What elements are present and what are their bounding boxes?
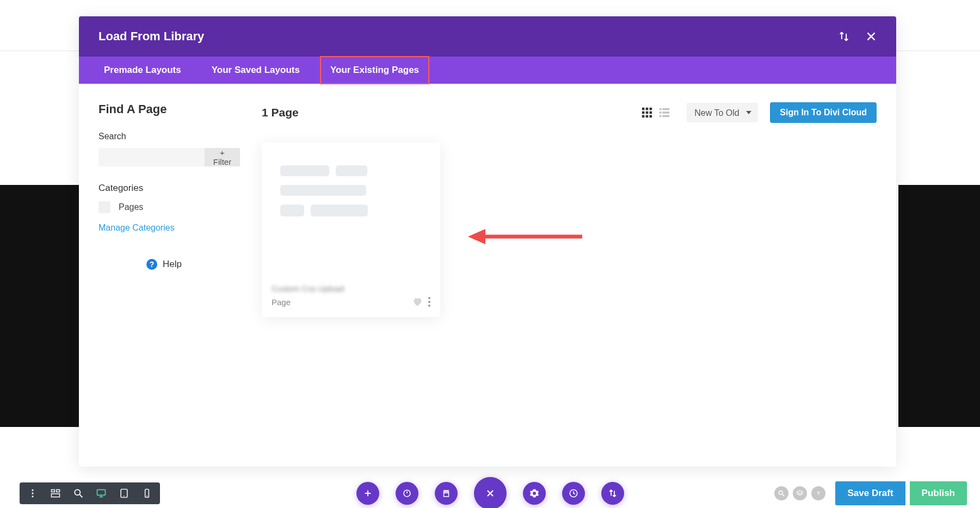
bg-dark-right (898, 185, 980, 427)
sort-select[interactable]: New To Old (687, 103, 758, 122)
modal-body: Find A Page Search + Filter Categories P… (79, 84, 896, 467)
svg-rect-4 (646, 111, 649, 114)
svg-rect-36 (443, 492, 448, 497)
svg-rect-8 (650, 115, 652, 118)
svg-rect-11 (660, 111, 662, 114)
close-icon[interactable] (866, 31, 877, 42)
svg-rect-10 (663, 108, 670, 110)
svg-point-19 (32, 495, 33, 497)
svg-rect-7 (646, 115, 649, 118)
svg-rect-20 (52, 490, 55, 492)
zoom-icon[interactable] (73, 488, 84, 499)
main-title: 1 Page (262, 106, 641, 119)
category-row-pages[interactable]: Pages (98, 201, 240, 213)
svg-rect-21 (57, 490, 60, 492)
sidebar-title: Find A Page (98, 102, 240, 116)
more-menu-icon[interactable] (27, 488, 38, 499)
portability-button[interactable] (601, 482, 624, 505)
svg-rect-22 (52, 494, 60, 497)
bar-left-tools (20, 482, 160, 504)
modal-header-actions (839, 31, 877, 42)
manage-categories-link[interactable]: Manage Categories (98, 223, 240, 233)
search-input[interactable] (98, 148, 205, 166)
page-card[interactable]: Custom Css Upload Page (262, 143, 440, 317)
svg-marker-46 (797, 491, 804, 494)
page-card-meta-row: Page (272, 296, 430, 307)
modal-header: Load From Library (79, 16, 896, 57)
category-name: Pages (119, 202, 143, 212)
clear-layout-button[interactable] (396, 482, 418, 505)
add-section-button[interactable] (356, 482, 379, 505)
library-main: 1 Page New To Old Sign In To Divi Cloud (262, 102, 877, 448)
svg-rect-3 (642, 111, 645, 114)
tab-premade-layouts[interactable]: Premade Layouts (94, 57, 191, 84)
annotation-arrow (468, 226, 582, 247)
svg-rect-13 (660, 115, 662, 117)
svg-point-17 (32, 490, 33, 491)
svg-rect-25 (97, 490, 106, 495)
svg-rect-6 (642, 115, 645, 118)
portability-icon[interactable] (839, 31, 849, 42)
svg-line-45 (782, 494, 785, 497)
favorite-icon[interactable] (412, 296, 423, 307)
svg-rect-2 (650, 108, 652, 110)
history-button[interactable] (562, 482, 585, 505)
save-to-library-button[interactable] (435, 482, 458, 505)
help-label: Help (163, 259, 182, 270)
list-view-icon[interactable] (658, 107, 670, 119)
card-more-icon[interactable] (428, 297, 430, 307)
wireframe-icon[interactable] (50, 488, 61, 499)
page-settings-button[interactable] (523, 482, 546, 505)
search-row: + Filter (98, 148, 240, 166)
tab-saved-layouts[interactable]: Your Saved Layouts (202, 57, 310, 84)
help-circle-icon[interactable]: ? (811, 486, 825, 500)
page-card-title: Custom Css Upload (272, 284, 430, 293)
page-card-type: Page (272, 298, 412, 307)
category-checkbox[interactable] (98, 201, 110, 213)
svg-point-18 (32, 492, 33, 494)
builder-bottom-bar: ? Save Draft Publish (0, 479, 980, 508)
modal-tabs: Premade Layouts Your Saved Layouts Your … (79, 57, 896, 84)
page-card-footer: Custom Css Upload Page (262, 282, 440, 317)
svg-point-23 (75, 490, 80, 495)
search-layers-icon[interactable] (774, 486, 788, 500)
svg-rect-9 (660, 108, 662, 110)
grid-view-icon[interactable] (641, 107, 653, 119)
tab-existing-pages[interactable]: Your Existing Pages (320, 57, 429, 84)
svg-rect-12 (663, 111, 670, 114)
help-button[interactable]: ? Help (146, 259, 240, 270)
main-header: 1 Page New To Old Sign In To Divi Cloud (262, 102, 877, 123)
tablet-view-icon[interactable] (119, 488, 130, 499)
phone-view-icon[interactable] (141, 488, 152, 499)
svg-marker-16 (468, 229, 485, 244)
svg-rect-5 (650, 111, 652, 114)
search-label: Search (98, 132, 240, 141)
signin-divi-cloud-button[interactable]: Sign In To Divi Cloud (770, 102, 877, 123)
add-filter-button[interactable]: + Filter (205, 148, 240, 166)
svg-rect-14 (663, 115, 670, 117)
save-draft-button[interactable]: Save Draft (835, 481, 905, 505)
svg-point-44 (779, 491, 783, 494)
help-icon: ? (146, 259, 157, 270)
close-builder-button[interactable] (474, 477, 507, 508)
desktop-view-icon[interactable] (96, 488, 107, 499)
view-toggle (641, 107, 670, 119)
svg-rect-1 (646, 108, 649, 110)
svg-text:?: ? (817, 491, 821, 496)
bar-right-actions: ? Save Draft Publish (774, 481, 967, 505)
bg-dark-left (0, 185, 82, 427)
categories-label: Categories (98, 183, 240, 194)
svg-line-24 (80, 495, 83, 498)
page-card-thumbnail (262, 143, 440, 282)
layers-icon[interactable] (793, 486, 807, 500)
bar-center-fabs (356, 477, 624, 508)
library-sidebar: Find A Page Search + Filter Categories P… (98, 102, 240, 448)
publish-button[interactable]: Publish (910, 481, 967, 505)
svg-rect-0 (642, 108, 645, 110)
modal-title: Load From Library (98, 29, 839, 44)
